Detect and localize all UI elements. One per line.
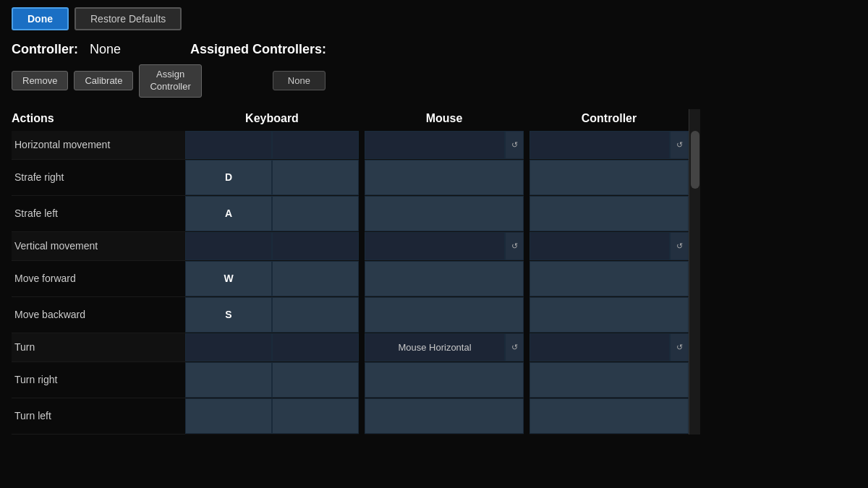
mouse-column: Mouse ↺ ↺	[365, 109, 524, 435]
action-vertical-movement: Vertical movement	[12, 232, 185, 261]
mouse-icon-3[interactable]: ↺	[505, 232, 524, 260]
controller-col-header: Controller	[529, 109, 689, 131]
ctrl-main-0[interactable]	[529, 131, 670, 159]
ctrl-main-2[interactable]	[529, 196, 689, 231]
assigned-controllers-label: Assigned Controllers:	[190, 42, 326, 57]
mouse-main-5[interactable]	[365, 297, 524, 333]
keyboard-cell-0-2[interactable]	[272, 131, 359, 159]
keyboard-row-6	[185, 333, 359, 362]
keyboard-row-0	[185, 131, 359, 160]
mouse-header: Mouse	[365, 109, 524, 131]
actions-header: Actions	[12, 109, 185, 131]
ctrl-main-4[interactable]	[529, 261, 689, 296]
keyboard-cell-7-1[interactable]	[185, 362, 272, 398]
ctrl-row-7	[529, 362, 689, 398]
mouse-main-6[interactable]: Mouse Horizontal	[365, 333, 505, 361]
mouse-icon-0[interactable]: ↺	[505, 131, 524, 159]
controller-column: Controller ↺ ↺	[529, 109, 689, 435]
keyboard-cell-5-1[interactable]: S	[185, 297, 272, 333]
mouse-main-4[interactable]	[365, 261, 524, 296]
assign-controller-button[interactable]: AssignController	[139, 64, 201, 98]
action-horizontal-movement: Horizontal movement	[12, 131, 185, 160]
mouse-main-7[interactable]	[365, 362, 524, 398]
keyboard-cell-7-2[interactable]	[272, 362, 359, 398]
mouse-row-3: ↺	[365, 232, 524, 261]
ctrl-icon-3[interactable]: ↺	[670, 232, 689, 260]
mouse-icon-6[interactable]: ↺	[505, 333, 524, 361]
mouse-row-8	[365, 398, 524, 435]
action-move-backward: Move backward	[12, 297, 185, 333]
ctrl-icon-0[interactable]: ↺	[670, 131, 689, 159]
mouse-main-1[interactable]	[365, 160, 524, 195]
keyboard-cell-3-1[interactable]	[185, 232, 272, 260]
mouse-main-0[interactable]	[365, 131, 505, 159]
keyboard-cell-1-1[interactable]: D	[185, 160, 272, 195]
mouse-row-0: ↺	[365, 131, 524, 160]
done-button[interactable]: Done	[12, 7, 69, 30]
keyboard-cell-0-1[interactable]	[185, 131, 272, 159]
remove-button[interactable]: Remove	[12, 71, 68, 90]
keyboard-cell-3-2[interactable]	[272, 232, 359, 260]
top-bar: Done Restore Defaults	[0, 0, 868, 38]
ctrl-main-1[interactable]	[529, 160, 689, 195]
controller-label: Controller:	[12, 42, 78, 57]
assigned-none-display: None	[273, 71, 326, 90]
mouse-row-5	[365, 297, 524, 333]
main-table: Actions Horizontal movement Strafe right…	[0, 103, 868, 440]
keyboard-cell-5-2[interactable]	[272, 297, 359, 333]
ctrl-main-3[interactable]	[529, 232, 670, 260]
keyboard-cell-6-2[interactable]	[272, 333, 359, 361]
mouse-row-7	[365, 362, 524, 398]
action-strafe-left: Strafe left	[12, 196, 185, 232]
scrollbar-thumb[interactable]	[691, 131, 699, 189]
keyboard-cell-8-1[interactable]	[185, 398, 272, 434]
keyboard-row-4: W	[185, 261, 359, 297]
ctrl-row-0: ↺	[529, 131, 689, 160]
keyboard-row-5: S	[185, 297, 359, 333]
keyboard-cell-1-2[interactable]	[272, 160, 359, 195]
ctrl-main-5[interactable]	[529, 297, 689, 333]
action-move-forward: Move forward	[12, 261, 185, 297]
keyboard-row-2: A	[185, 196, 359, 232]
ctrl-row-8	[529, 398, 689, 435]
action-strafe-right: Strafe right	[12, 160, 185, 196]
keyboard-cell-6-1[interactable]	[185, 333, 272, 361]
keyboard-row-8	[185, 398, 359, 435]
ctrl-row-1	[529, 160, 689, 196]
action-turn-left: Turn left	[12, 398, 185, 435]
keyboard-row-3	[185, 232, 359, 261]
ctrl-main-6[interactable]	[529, 333, 670, 361]
keyboard-column: Keyboard D A W	[185, 109, 359, 435]
mouse-main-3[interactable]	[365, 232, 505, 260]
keyboard-cell-2-2[interactable]	[272, 196, 359, 231]
action-turn: Turn	[12, 333, 185, 362]
action-turn-right: Turn right	[12, 362, 185, 398]
mouse-row-6: Mouse Horizontal ↺	[365, 333, 524, 362]
keyboard-header: Keyboard	[185, 109, 359, 131]
ctrl-row-3: ↺	[529, 232, 689, 261]
mouse-main-8[interactable]	[365, 398, 524, 434]
mouse-row-4	[365, 261, 524, 297]
mouse-main-2[interactable]	[365, 196, 524, 231]
ctrl-row-6: ↺	[529, 333, 689, 362]
keyboard-cell-2-1[interactable]: A	[185, 196, 272, 231]
controller-info-row: Controller: None Assigned Controllers:	[0, 38, 868, 61]
scrollbar[interactable]	[689, 109, 700, 435]
keyboard-cell-8-2[interactable]	[272, 398, 359, 434]
restore-defaults-button[interactable]: Restore Defaults	[75, 7, 182, 30]
mouse-row-2	[365, 196, 524, 232]
keyboard-cell-4-1[interactable]: W	[185, 261, 272, 296]
ctrl-main-7[interactable]	[529, 362, 689, 398]
keyboard-row-7	[185, 362, 359, 398]
actions-column: Actions Horizontal movement Strafe right…	[12, 109, 185, 435]
keyboard-cell-4-2[interactable]	[272, 261, 359, 296]
mouse-row-1	[365, 160, 524, 196]
ctrl-row-2	[529, 196, 689, 232]
ctrl-main-8[interactable]	[529, 398, 689, 434]
ctrl-row-5	[529, 297, 689, 333]
calibrate-button[interactable]: Calibrate	[74, 71, 133, 90]
ctrl-row-4	[529, 261, 689, 297]
ctrl-icon-6[interactable]: ↺	[670, 333, 689, 361]
button-row: Remove Calibrate AssignController None	[0, 61, 868, 100]
keyboard-row-1: D	[185, 160, 359, 196]
